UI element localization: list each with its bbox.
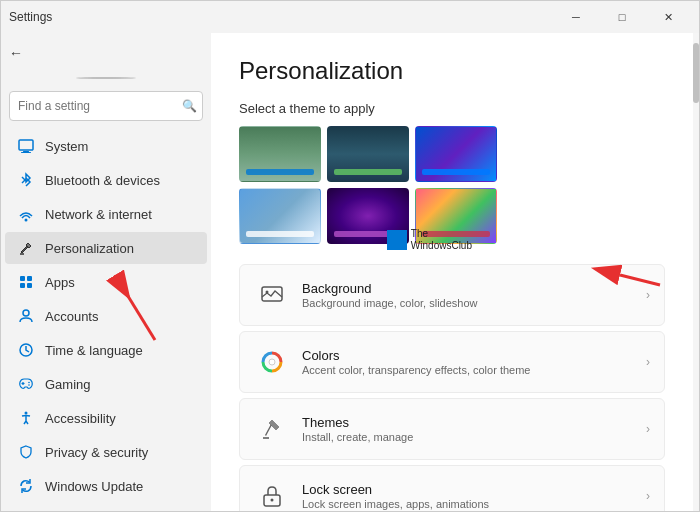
theme-thumb-4[interactable] — [239, 188, 321, 244]
titlebar-title: Settings — [9, 10, 52, 24]
scrollbar-track[interactable] — [693, 33, 699, 511]
bluetooth-icon — [17, 171, 35, 189]
titlebar: Settings ─ □ ✕ — [1, 1, 699, 33]
theme-section-label: Select a theme to apply — [239, 101, 665, 116]
avatar-image — [76, 77, 136, 79]
background-icon — [254, 277, 290, 313]
sidebar: ← 🔍 System — [1, 33, 211, 511]
search-container: 🔍 — [9, 91, 203, 121]
sidebar-item-personalization[interactable]: Personalization — [5, 232, 207, 264]
theme-grid — [239, 126, 665, 244]
theme-thumb-2[interactable] — [327, 126, 409, 182]
close-button[interactable]: ✕ — [645, 1, 691, 33]
settings-item-themes[interactable]: Themes Install, create, manage › — [239, 398, 665, 460]
sidebar-item-time[interactable]: Time & language — [5, 334, 207, 366]
settings-list: Background Background image, color, slid… — [239, 264, 665, 511]
settings-item-lock-screen[interactable]: Lock screen Lock screen images, apps, an… — [239, 465, 665, 511]
maximize-button[interactable]: □ — [599, 1, 645, 33]
background-chevron: › — [646, 288, 650, 302]
theme-thumb-5[interactable] — [327, 188, 409, 244]
svg-point-17 — [25, 412, 28, 415]
themes-icon — [254, 411, 290, 447]
svg-rect-2 — [21, 152, 31, 153]
apps-icon — [17, 273, 35, 291]
background-title: Background — [302, 281, 646, 296]
themes-chevron: › — [646, 422, 650, 436]
main-content: ← 🔍 System — [1, 33, 699, 511]
theme-thumb-6[interactable] — [415, 188, 497, 244]
lock-icon — [254, 478, 290, 511]
sidebar-item-windows-update[interactable]: Windows Update — [5, 470, 207, 502]
update-icon — [17, 477, 35, 495]
svg-point-19 — [266, 291, 269, 294]
svg-point-15 — [28, 382, 30, 384]
svg-rect-0 — [19, 140, 33, 150]
sidebar-item-label: Privacy & security — [45, 445, 148, 460]
sidebar-item-bluetooth[interactable]: Bluetooth & devices — [5, 164, 207, 196]
sidebar-item-label: Accessibility — [45, 411, 116, 426]
time-icon — [17, 341, 35, 359]
sidebar-item-apps[interactable]: Apps — [5, 266, 207, 298]
content-area: Personalization Select a theme to apply — [211, 33, 693, 511]
lock-screen-title: Lock screen — [302, 482, 646, 497]
background-subtitle: Background image, color, slideshow — [302, 297, 646, 309]
themes-subtitle: Install, create, manage — [302, 431, 646, 443]
titlebar-controls: ─ □ ✕ — [553, 1, 691, 33]
sidebar-item-label: Accounts — [45, 309, 98, 324]
background-text: Background Background image, color, slid… — [302, 281, 646, 309]
settings-item-colors[interactable]: Colors Accent color, transparency effect… — [239, 331, 665, 393]
colors-title: Colors — [302, 348, 646, 363]
sidebar-item-network[interactable]: Network & internet — [5, 198, 207, 230]
page-title: Personalization — [239, 57, 665, 85]
colors-icon — [254, 344, 290, 380]
minimize-button[interactable]: ─ — [553, 1, 599, 33]
accounts-icon — [17, 307, 35, 325]
system-icon — [17, 137, 35, 155]
search-input[interactable] — [9, 91, 203, 121]
themes-text: Themes Install, create, manage — [302, 415, 646, 443]
svg-point-24 — [271, 499, 274, 502]
sidebar-item-accessibility[interactable]: Accessibility — [5, 402, 207, 434]
svg-point-11 — [23, 310, 29, 316]
sidebar-item-label: Network & internet — [45, 207, 152, 222]
sidebar-item-label: System — [45, 139, 88, 154]
personalization-icon — [17, 239, 35, 257]
sidebar-item-label: Bluetooth & devices — [45, 173, 160, 188]
colors-text: Colors Accent color, transparency effect… — [302, 348, 646, 376]
svg-point-16 — [28, 384, 30, 386]
colors-subtitle: Accent color, transparency effects, colo… — [302, 364, 646, 376]
sidebar-item-label: Windows Update — [45, 479, 143, 494]
privacy-icon — [17, 443, 35, 461]
lock-screen-chevron: › — [646, 489, 650, 503]
svg-rect-7 — [20, 276, 25, 281]
gaming-icon — [17, 375, 35, 393]
sidebar-item-gaming[interactable]: Gaming — [5, 368, 207, 400]
theme-thumb-1[interactable] — [239, 126, 321, 182]
svg-rect-8 — [27, 276, 32, 281]
themes-title: Themes — [302, 415, 646, 430]
back-button[interactable]: ← — [9, 45, 23, 61]
sidebar-item-label: Time & language — [45, 343, 143, 358]
titlebar-left: Settings — [9, 10, 52, 24]
lock-screen-text: Lock screen Lock screen images, apps, an… — [302, 482, 646, 510]
accessibility-icon — [17, 409, 35, 427]
sidebar-item-label: Personalization — [45, 241, 134, 256]
svg-rect-9 — [20, 283, 25, 288]
colors-chevron: › — [646, 355, 650, 369]
sidebar-item-label: Gaming — [45, 377, 91, 392]
sidebar-item-system[interactable]: System — [5, 130, 207, 162]
sidebar-item-accounts[interactable]: Accounts — [5, 300, 207, 332]
sidebar-item-label: Apps — [45, 275, 75, 290]
theme-thumb-3[interactable] — [415, 126, 497, 182]
svg-point-21 — [269, 359, 275, 365]
network-icon — [17, 205, 35, 223]
sidebar-item-privacy[interactable]: Privacy & security — [5, 436, 207, 468]
settings-item-background[interactable]: Background Background image, color, slid… — [239, 264, 665, 326]
search-icon: 🔍 — [182, 99, 197, 113]
svg-point-5 — [25, 219, 28, 222]
scrollbar-thumb[interactable] — [693, 43, 699, 103]
lock-screen-subtitle: Lock screen images, apps, animations — [302, 498, 646, 510]
settings-window: Settings ─ □ ✕ ← 🔍 — [0, 0, 700, 512]
svg-rect-10 — [27, 283, 32, 288]
avatar — [76, 77, 136, 79]
